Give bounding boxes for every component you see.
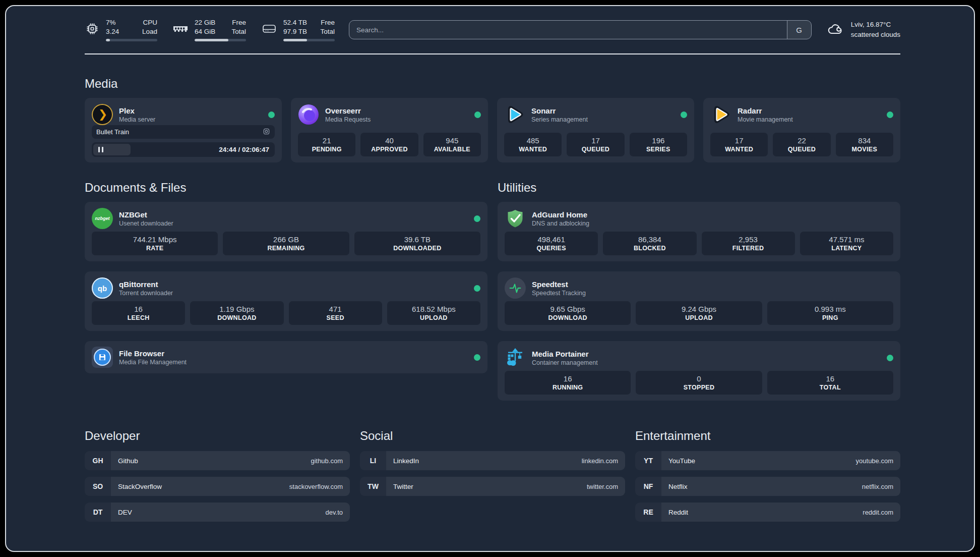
service-card-radarr[interactable]: Radarr Movie management 17WANTED 22QUEUE… [703, 98, 900, 162]
service-description: Container management [532, 359, 881, 366]
search-input[interactable] [349, 21, 787, 39]
section-title-documents: Documents & Files [85, 181, 487, 195]
service-description: Media server [119, 116, 262, 123]
cloud-icon [826, 20, 845, 39]
service-card-portainer[interactable]: Media Portainer Container management 16R… [498, 341, 900, 401]
stat-movies: 834MOVIES [836, 133, 893, 156]
adguard-icon [505, 208, 526, 229]
filebrowser-icon [92, 347, 113, 368]
cpu-widget: 7% 3.24 CPU Load [85, 18, 157, 41]
disk-total-label: Total [320, 27, 335, 36]
service-name: Media Portainer [532, 350, 881, 358]
cpu-load-label: Load [142, 27, 157, 36]
bookmark-url: dev.to [326, 509, 343, 516]
bookmarks-entertainment: Entertainment YT YouTubeyoutube.com NF N… [635, 429, 900, 528]
service-description: Media Requests [325, 116, 468, 123]
dashboard-content: 7% 3.24 CPU Load [6, 6, 974, 528]
service-card-sonarr[interactable]: Sonarr Series management 485WANTED 17QUE… [497, 98, 694, 162]
status-dot [887, 355, 893, 361]
bookmark-github[interactable]: GH Githubgithub.com [85, 451, 350, 470]
cpu-icon [85, 21, 100, 38]
bookmark-url: stackoverflow.com [289, 483, 343, 490]
cpu-load-value: 3.24 [106, 27, 119, 36]
memory-total-value: 64 GiB [195, 27, 215, 36]
plex-icon: ❯ [92, 104, 113, 125]
dashboard-root: 7% 3.24 CPU Load [5, 5, 975, 552]
service-description: Movie management [738, 116, 881, 123]
service-name: qBittorrent [119, 280, 468, 289]
bookmark-name: Reddit [668, 509, 688, 516]
service-card-filebrowser[interactable]: File Browser Media File Management [85, 341, 487, 373]
stat-download: 1.19 GbpsDOWNLOAD [190, 301, 283, 325]
service-card-adguard[interactable]: AdGuard Home DNS and adblocking 498,461Q… [498, 202, 900, 261]
service-name: Radarr [738, 106, 881, 115]
service-name: AdGuard Home [532, 210, 893, 219]
bookmark-twitter[interactable]: TW Twittertwitter.com [360, 477, 625, 496]
nzbget-icon: nzbget [92, 208, 113, 229]
radarr-icon [710, 104, 731, 125]
pause-icon [98, 147, 100, 152]
bookmark-url: linkedin.com [582, 457, 618, 465]
memory-icon [172, 21, 189, 38]
overseerr-icon [298, 104, 319, 125]
bookmark-url: reddit.com [863, 509, 893, 516]
service-card-overseerr[interactable]: Overseerr Media Requests 21PENDING 40APP… [291, 98, 488, 162]
bookmark-linkedin[interactable]: LI LinkedInlinkedin.com [360, 451, 625, 470]
stat-wanted: 17WANTED [710, 133, 768, 156]
bookmark-youtube[interactable]: YT YouTubeyoutube.com [635, 451, 900, 470]
service-card-nzbget[interactable]: nzbget NZBGet Usenet downloader 744.21 M… [85, 202, 487, 261]
cpu-usage-value: 7% [106, 18, 119, 27]
disk-free-value: 52.4 TB [283, 18, 307, 27]
stat-approved: 40APPROVED [360, 133, 418, 156]
session-icon [263, 128, 270, 137]
service-card-qbittorrent[interactable]: qb qBittorrent Torrent downloader 16LEEC… [85, 271, 487, 331]
bookmark-abbr: GH [85, 451, 111, 470]
speedtest-icon [505, 277, 526, 299]
weather-location: Lviv, 16.87°C [851, 20, 900, 30]
stat-queued: 22QUEUED [773, 133, 830, 156]
bookmark-reddit[interactable]: RE Redditreddit.com [635, 503, 900, 522]
service-name: Speedtest [532, 280, 893, 289]
service-card-plex[interactable]: ❯ Plex Media server Bullet Train [85, 98, 282, 162]
middle-columns: Documents & Files nzbget NZBGet Usenet d… [85, 181, 900, 401]
memory-total-label: Total [231, 27, 246, 36]
bookmark-name: LinkedIn [393, 457, 419, 465]
stat-pending: 21PENDING [298, 133, 355, 156]
stat-remaining: 266 GBREMAINING [223, 232, 349, 255]
bookmark-abbr: LI [360, 451, 386, 470]
stat-queued: 17QUEUED [567, 133, 624, 156]
bookmark-dev[interactable]: DT DEVdev.to [85, 503, 350, 522]
stat-latency: 47.571 msLATENCY [800, 232, 893, 255]
bookmark-stackoverflow[interactable]: SO StackOverflowstackoverflow.com [85, 477, 350, 496]
status-dot [474, 285, 480, 292]
utilities-column: Utilities AdGuard Home DNS and adblockin… [498, 181, 900, 401]
status-dot [474, 215, 480, 222]
stat-available: 945AVAILABLE [423, 133, 481, 156]
bookmark-url: netflix.com [862, 483, 893, 490]
stat-wanted: 485WANTED [504, 133, 562, 156]
bookmarks-social: Social LI LinkedInlinkedin.com TW Twitte… [360, 429, 625, 528]
bookmark-abbr: DT [85, 503, 111, 522]
stat-download: 9.65 GbpsDOWNLOAD [505, 301, 631, 325]
bookmark-abbr: SO [85, 477, 111, 496]
disk-total-value: 97.9 TB [283, 27, 307, 36]
stat-filtered: 2,953FILTERED [702, 232, 795, 255]
service-card-speedtest[interactable]: Speedtest Speedtest Tracking 9.65 GbpsDO… [498, 271, 900, 331]
bookmarks-row: Developer GH Githubgithub.com SO StackOv… [85, 429, 900, 528]
stat-total: 16TOTAL [767, 371, 893, 395]
bookmark-abbr: RE [635, 503, 661, 522]
service-name: Sonarr [531, 106, 675, 115]
search-provider-button[interactable]: G [787, 21, 811, 39]
status-dot [474, 354, 480, 361]
stat-seed: 471SEED [289, 301, 382, 325]
pause-button[interactable] [93, 144, 131, 155]
stat-stopped: 0STOPPED [636, 371, 762, 395]
disk-progress-bar [283, 39, 335, 41]
system-stats: 7% 3.24 CPU Load [85, 18, 335, 41]
documents-column: Documents & Files nzbget NZBGet Usenet d… [85, 181, 487, 401]
top-bar: 7% 3.24 CPU Load [85, 18, 900, 41]
bookmark-netflix[interactable]: NF Netflixnetflix.com [635, 477, 900, 496]
memory-widget: 22 GiB 64 GiB Free Total [172, 18, 246, 41]
bookmark-url: twitter.com [587, 483, 618, 490]
search-bar: G [349, 20, 812, 39]
